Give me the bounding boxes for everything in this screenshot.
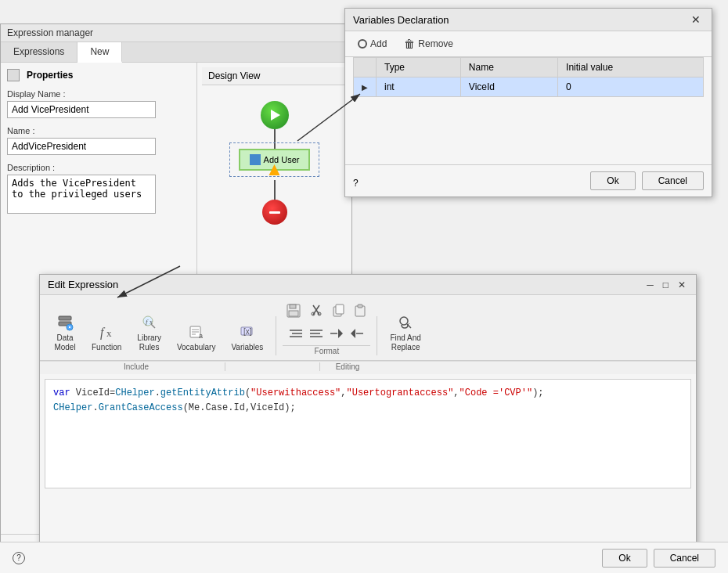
copy-button[interactable] bbox=[328, 300, 348, 324]
vocabulary-icon: a bbox=[187, 323, 206, 341]
align-left-button[interactable] bbox=[327, 326, 346, 344]
edit-expr-title-text: Edit Expression bbox=[48, 279, 118, 290]
svg-point-39 bbox=[400, 317, 408, 325]
svg-marker-35 bbox=[338, 329, 343, 338]
editing-label: Editing bbox=[320, 362, 375, 371]
library-rules-icon: f x bbox=[140, 313, 159, 332]
function-label: Function bbox=[92, 343, 121, 352]
find-replace-icon bbox=[396, 313, 415, 332]
name-input[interactable] bbox=[7, 138, 156, 155]
col-initial-value: Initial value bbox=[558, 58, 704, 77]
name-label: Name : bbox=[7, 126, 190, 135]
maximize-button[interactable]: □ bbox=[661, 279, 671, 290]
trash-icon: 🗑 bbox=[404, 38, 415, 50]
code-line-1: var ViceId=CHelper.getEntityAttrib("User… bbox=[53, 386, 683, 401]
variables-table-container: Type Name Initial value ▶ int ViceId 0 bbox=[345, 57, 712, 102]
format-group-container: Format bbox=[283, 300, 370, 355]
variables-help: ? bbox=[353, 178, 359, 189]
variables-label: Variables bbox=[231, 343, 263, 352]
start-node[interactable] bbox=[261, 101, 289, 129]
variables-dialog: Variables Declaration ✕ Add 🗑 Remove Typ… bbox=[344, 8, 712, 197]
action-node-icon bbox=[250, 154, 261, 165]
svg-text:x: x bbox=[106, 327, 112, 339]
indent-left-button[interactable] bbox=[287, 326, 305, 344]
variables-table: Type Name Initial value ▶ int ViceId 0 bbox=[353, 57, 704, 97]
format-row-1 bbox=[283, 300, 370, 324]
separator-2 bbox=[377, 316, 377, 355]
display-name-input[interactable] bbox=[7, 101, 156, 118]
bottom-help-button[interactable]: ? bbox=[13, 552, 25, 564]
connector-2 bbox=[274, 180, 276, 200]
cut-button[interactable] bbox=[306, 300, 326, 324]
row-type: int bbox=[377, 77, 461, 97]
vocabulary-tool[interactable]: a Vocabulary bbox=[171, 319, 222, 355]
description-label: Description : bbox=[7, 163, 190, 172]
align-left-icon bbox=[329, 327, 344, 340]
copy-icon bbox=[330, 302, 346, 318]
minimize-button[interactable]: ─ bbox=[644, 279, 656, 290]
format-label: Format bbox=[283, 345, 370, 355]
properties-header: Properties bbox=[7, 69, 190, 81]
remove-variable-button[interactable]: 🗑 Remove bbox=[399, 36, 458, 52]
indent-right-button[interactable] bbox=[307, 326, 326, 344]
variables-close-button[interactable]: ✕ bbox=[688, 13, 704, 26]
variables-dialog-title: Variables Declaration bbox=[353, 14, 449, 26]
paste-icon bbox=[352, 302, 368, 318]
align-right-button[interactable] bbox=[348, 326, 366, 344]
variables-tool[interactable]: [x] Variables bbox=[225, 319, 269, 355]
bottom-ok-button[interactable]: Ok bbox=[602, 549, 647, 568]
table-row[interactable]: ▶ int ViceId 0 bbox=[354, 77, 704, 97]
svg-rect-28 bbox=[358, 305, 362, 308]
toolbar-labels-row: Include Editing bbox=[40, 361, 696, 374]
svg-rect-19 bbox=[290, 305, 296, 308]
edit-expr-title-bar: Edit Expression ─ □ ✕ bbox=[40, 275, 696, 295]
align-right-icon bbox=[349, 327, 365, 340]
save-button[interactable] bbox=[283, 300, 305, 324]
include-label: Include bbox=[48, 362, 225, 371]
properties-icon bbox=[7, 69, 20, 81]
variables-cancel-button[interactable]: Cancel bbox=[642, 171, 704, 190]
data-model-tool[interactable]: DataModel bbox=[48, 310, 82, 355]
description-textarea[interactable]: Adds the VicePresident to the privileged… bbox=[7, 175, 156, 214]
svg-text:f: f bbox=[100, 326, 106, 340]
save-icon bbox=[286, 303, 301, 319]
empty-area bbox=[345, 102, 712, 164]
row-arrow: ▶ bbox=[354, 77, 377, 97]
end-node[interactable] bbox=[262, 200, 287, 225]
name-group: Name : bbox=[7, 126, 190, 155]
svg-line-41 bbox=[408, 323, 409, 325]
paste-button[interactable] bbox=[350, 300, 370, 324]
function-tool[interactable]: f x Function bbox=[85, 319, 128, 355]
variables-toolbar: Add 🗑 Remove bbox=[345, 31, 712, 57]
variables-icon: [x] bbox=[238, 323, 257, 341]
variables-dialog-title-bar: Variables Declaration ✕ bbox=[345, 9, 712, 31]
svg-line-10 bbox=[151, 324, 155, 328]
code-editor[interactable]: var ViceId=CHelper.getEntityAttrib("User… bbox=[45, 379, 691, 488]
window-controls: ─ □ ✕ bbox=[644, 279, 688, 290]
bottom-bar: ? Ok Cancel bbox=[0, 542, 728, 573]
bottom-cancel-button[interactable]: Cancel bbox=[654, 549, 715, 568]
function-icon: f x bbox=[97, 323, 116, 341]
close-expr-button[interactable]: ✕ bbox=[676, 279, 688, 290]
variables-dialog-footer: Ok Cancel bbox=[345, 164, 712, 196]
action-node-label: Add User bbox=[264, 155, 300, 164]
tab-expressions[interactable]: Expressions bbox=[1, 42, 77, 62]
library-rules-tool[interactable]: f x LibraryRules bbox=[131, 310, 168, 355]
description-group: Description : Adds the VicePresident to … bbox=[7, 163, 190, 216]
separator-1 bbox=[276, 316, 276, 355]
add-variable-button[interactable]: Add bbox=[353, 37, 391, 51]
tab-new[interactable]: New bbox=[77, 42, 122, 63]
data-model-label: DataModel bbox=[54, 333, 75, 352]
find-replace-label: Find AndReplace bbox=[390, 333, 420, 352]
svg-rect-20 bbox=[289, 311, 298, 316]
variables-ok-button[interactable]: Ok bbox=[590, 171, 635, 190]
format-row-2 bbox=[287, 326, 366, 344]
col-type: Type bbox=[377, 58, 461, 77]
find-replace-tool[interactable]: Find AndReplace bbox=[384, 310, 427, 355]
action-node[interactable]: Add User bbox=[239, 149, 311, 171]
vocabulary-label: Vocabulary bbox=[177, 343, 215, 352]
library-rules-label: LibraryRules bbox=[137, 333, 161, 352]
expr-toolbar: DataModel f x Function f x Libra bbox=[40, 295, 696, 361]
indent-right-icon bbox=[308, 327, 324, 340]
tab-bar: Expressions New bbox=[1, 42, 351, 63]
